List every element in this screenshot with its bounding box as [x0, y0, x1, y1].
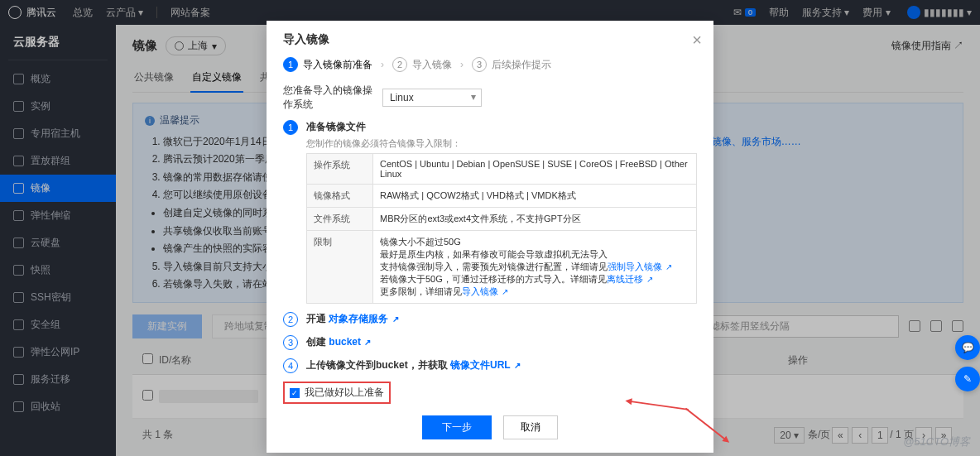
import-image-modal: 导入镜像 × 1导入镜像前准备 › 2导入镜像 › 3后续操作提示 您准备导入的… — [267, 21, 713, 25]
